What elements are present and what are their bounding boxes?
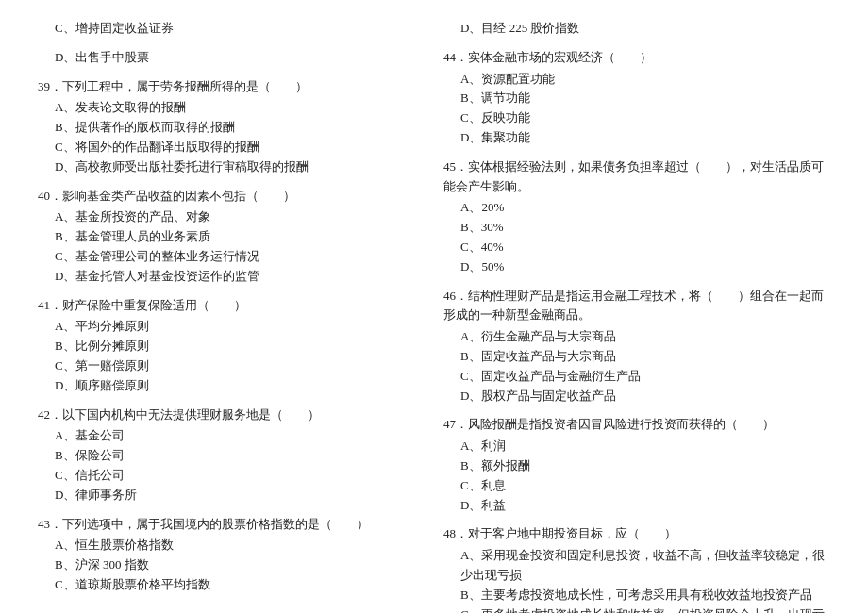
question-42: 42．以下国内机构中无法提供理财服务地是（ ） A、基金公司 B、保险公司 C、… bbox=[38, 406, 415, 505]
option-d: D、高校教师受出版社委托进行审稿取得的报酬 bbox=[38, 157, 415, 177]
option-b: B、30% bbox=[443, 218, 830, 238]
question-title: 46．结构性理财产品是指运用金融工程技术，将（ ）组合在一起而形成的一种新型金融… bbox=[443, 287, 830, 326]
option-b: B、固定收益产品与大宗商品 bbox=[443, 347, 830, 367]
option-a: A、恒生股票价格指数 bbox=[38, 536, 415, 555]
option-d: D、集聚功能 bbox=[443, 128, 830, 148]
question-47: 47．风险报酬是指投资者因冒风险进行投资而获得的（ ） A、利润 B、额外报酬 … bbox=[443, 415, 830, 515]
option-c: C、道琼斯股票价格平均指数 bbox=[38, 575, 415, 595]
option-b: B、额外报酬 bbox=[443, 456, 830, 476]
question-title: 43．下列选项中，属于我国境内的股票价格指数的是（ ） bbox=[38, 515, 415, 535]
option-d: D、律师事务所 bbox=[38, 486, 415, 505]
option-a: A、基金所投资的产品、对象 bbox=[38, 207, 415, 227]
question-43: 43．下列选项中，属于我国境内的股票价格指数的是（ ） A、恒生股票价格指数 B… bbox=[38, 515, 415, 595]
question-48: 48．对于客户地中期投资目标，应（ ） A、采用现金投资和固定利息投资，收益不高… bbox=[443, 524, 830, 613]
question-title: 45．实体根据经验法则，如果债务负担率超过（ ），对生活品质可能会产生影响。 bbox=[443, 157, 830, 197]
question-title: 48．对于客户地中期投资目标，应（ ） bbox=[443, 524, 830, 544]
question-45: 45．实体根据经验法则，如果债务负担率超过（ ），对生活品质可能会产生影响。 A… bbox=[443, 157, 830, 277]
option-a: A、基金公司 bbox=[38, 426, 415, 446]
prev-d-option: D、出售手中股票 bbox=[38, 48, 415, 68]
question-title: 47．风险报酬是指投资者因冒风险进行投资而获得的（ ） bbox=[443, 415, 830, 435]
prev-c-option: C、增持固定收益证券 bbox=[38, 19, 415, 39]
option-b: B、主要考虑投资地成长性，可考虑采用具有税收效益地投资产品 bbox=[443, 586, 830, 605]
left-column: C、增持固定收益证券 D、出售手中股票 39．下列工程中，属于劳务报酬所得的是（… bbox=[38, 19, 434, 613]
question-39: 39．下列工程中，属于劳务报酬所得的是（ ） A、发表论文取得的报酬 B、提供著… bbox=[38, 77, 415, 177]
option-d: D、顺序赔偿原则 bbox=[38, 376, 415, 396]
question-title: 42．以下国内机构中无法提供理财服务地是（ ） bbox=[38, 406, 415, 425]
option-c: C、40% bbox=[443, 238, 830, 257]
option-a: A、衍生金融产品与大宗商品 bbox=[443, 327, 830, 347]
question-title: 41．财产保险中重复保险适用（ ） bbox=[38, 296, 415, 316]
option-d: D、50% bbox=[443, 257, 830, 277]
option-c: C、反映功能 bbox=[443, 108, 830, 128]
option-text: D、出售手中股票 bbox=[38, 48, 415, 68]
option-d: D、股权产品与固定收益产品 bbox=[443, 387, 830, 406]
option-c: C、更多地考虑投资地成长性和收益率，但投资风险会上升，出现亏损地概率也会更大 bbox=[443, 605, 830, 613]
option-b: B、比例分摊原则 bbox=[38, 337, 415, 356]
page-content: C、增持固定收益证券 D、出售手中股票 39．下列工程中，属于劳务报酬所得的是（… bbox=[38, 19, 830, 613]
option-b: B、调节功能 bbox=[443, 89, 830, 108]
option-a: A、平均分摊原则 bbox=[38, 317, 415, 337]
option-c: C、固定收益产品与金融衍生产品 bbox=[443, 367, 830, 387]
option-b: B、沪深 300 指数 bbox=[38, 555, 415, 575]
option-b: B、提供著作的版权而取得的报酬 bbox=[38, 118, 415, 138]
option-text: C、增持固定收益证券 bbox=[38, 19, 415, 39]
option-d: D、利益 bbox=[443, 496, 830, 516]
option-a: A、利润 bbox=[443, 437, 830, 456]
question-46: 46．结构性理财产品是指运用金融工程技术，将（ ）组合在一起而形成的一种新型金融… bbox=[443, 287, 830, 406]
option-c: C、将国外的作品翻译出版取得的报酬 bbox=[38, 138, 415, 157]
option-c: C、第一赔偿原则 bbox=[38, 356, 415, 376]
question-title: 44．实体金融市场的宏观经济（ ） bbox=[443, 48, 830, 68]
option-a: A、采用现金投资和固定利息投资，收益不高，但收益率较稳定，很少出现亏损 bbox=[443, 546, 830, 586]
prev-d-option-right: D、目经 225 股价指数 bbox=[443, 19, 830, 39]
two-column-layout: C、增持固定收益证券 D、出售手中股票 39．下列工程中，属于劳务报酬所得的是（… bbox=[38, 19, 830, 613]
option-a: A、发表论文取得的报酬 bbox=[38, 98, 415, 118]
question-title: 40．影响基金类产品收益的因素不包括（ ） bbox=[38, 187, 415, 207]
option-a: A、20% bbox=[443, 198, 830, 218]
option-text: D、目经 225 股价指数 bbox=[443, 19, 830, 39]
question-40: 40．影响基金类产品收益的因素不包括（ ） A、基金所投资的产品、对象 B、基金… bbox=[38, 187, 415, 287]
option-b: B、保险公司 bbox=[38, 446, 415, 466]
question-44: 44．实体金融市场的宏观经济（ ） A、资源配置功能 B、调节功能 C、反映功能… bbox=[443, 48, 830, 148]
option-b: B、基金管理人员的业务素质 bbox=[38, 227, 415, 247]
option-d: D、基金托管人对基金投资运作的监管 bbox=[38, 267, 415, 287]
question-41: 41．财产保险中重复保险适用（ ） A、平均分摊原则 B、比例分摊原则 C、第一… bbox=[38, 296, 415, 396]
option-a: A、资源配置功能 bbox=[443, 70, 830, 90]
option-c: C、利息 bbox=[443, 476, 830, 496]
option-c: C、信托公司 bbox=[38, 466, 415, 486]
question-title: 39．下列工程中，属于劳务报酬所得的是（ ） bbox=[38, 77, 415, 97]
right-column: D、目经 225 股价指数 44．实体金融市场的宏观经济（ ） A、资源配置功能… bbox=[434, 19, 830, 613]
option-c: C、基金管理公司的整体业务运行情况 bbox=[38, 247, 415, 267]
